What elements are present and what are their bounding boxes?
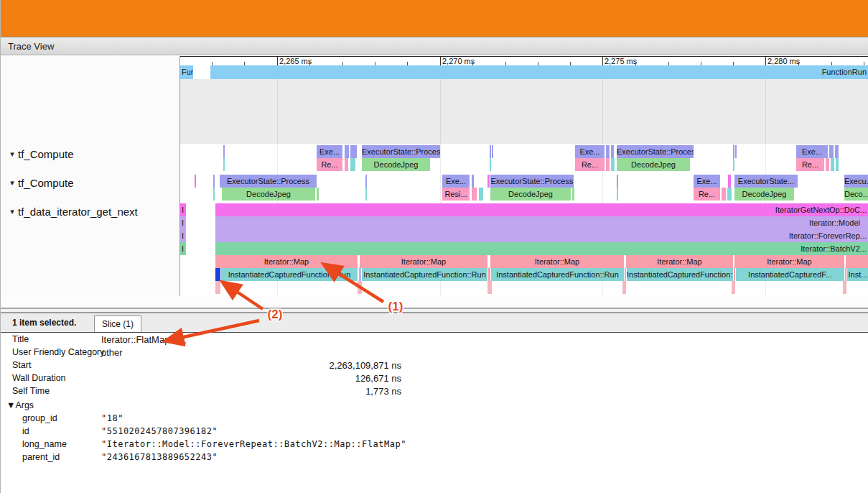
trace-slice[interactable]: ExecutorState::Process bbox=[362, 145, 440, 158]
trace-slice[interactable] bbox=[492, 145, 493, 158]
trace-slice[interactable] bbox=[732, 281, 735, 294]
trace-slice[interactable] bbox=[365, 175, 367, 188]
sidebar-group-tf_data_iterator_get_next[interactable]: ▾tf_data_iterator_get_next bbox=[1, 204, 179, 218]
trace-slice[interactable] bbox=[359, 268, 361, 281]
trace-slice[interactable]: Iterator::ForeverRep... bbox=[215, 229, 868, 242]
trace-slice[interactable] bbox=[733, 145, 734, 158]
trace-slice[interactable]: Exe... bbox=[694, 175, 720, 188]
trace-slice[interactable] bbox=[829, 145, 834, 158]
trace-slice[interactable]: Fun bbox=[180, 65, 193, 79]
trace-slice[interactable]: ExecutorState::Process bbox=[617, 145, 694, 158]
trace-slice[interactable] bbox=[317, 188, 319, 201]
trace-slice[interactable] bbox=[617, 175, 618, 188]
trace-slice[interactable] bbox=[350, 158, 355, 171]
selected-slice[interactable] bbox=[215, 268, 220, 281]
trace-slice[interactable]: I bbox=[180, 203, 186, 216]
trace-slice[interactable] bbox=[345, 145, 349, 158]
trace-slice[interactable]: Resi... bbox=[442, 188, 470, 201]
trace-slice[interactable]: I bbox=[180, 242, 186, 255]
trace-slice[interactable] bbox=[213, 188, 215, 201]
trace-slice[interactable] bbox=[722, 188, 726, 201]
trace-slice[interactable] bbox=[479, 188, 483, 201]
trace-slice[interactable] bbox=[845, 268, 846, 281]
trace-slice[interactable]: InstantiatedCapturedFunction::Run bbox=[362, 268, 487, 281]
trace-slice[interactable]: Re... bbox=[796, 158, 824, 171]
trace-slice[interactable] bbox=[826, 158, 829, 171]
trace-slice[interactable]: FunctionRun bbox=[210, 65, 868, 79]
trace-slice[interactable] bbox=[215, 281, 220, 294]
triangle-collapse-icon[interactable]: ▾ bbox=[6, 178, 18, 188]
triangle-collapse-icon[interactable]: ▾ bbox=[6, 207, 18, 216]
trace-slice[interactable]: IteratorGetNextOp::DoC... bbox=[215, 203, 868, 216]
trace-slice[interactable] bbox=[843, 281, 846, 294]
trace-slice[interactable] bbox=[727, 188, 732, 201]
trace-slice[interactable]: Iterator::Map bbox=[734, 255, 844, 268]
trace-slice[interactable] bbox=[223, 145, 225, 158]
trace-slice[interactable]: DecodeJpeg bbox=[490, 188, 571, 201]
trace-slice[interactable] bbox=[490, 145, 491, 158]
trace-slice[interactable] bbox=[622, 281, 626, 294]
trace-slice[interactable] bbox=[831, 158, 834, 171]
trace-slice[interactable]: I bbox=[180, 229, 186, 242]
trace-slice[interactable]: DecodeJpeg bbox=[362, 158, 430, 171]
trace-slice[interactable]: ExecutorState::Process bbox=[220, 175, 317, 188]
trace-slice[interactable]: InstantiatedCapturedF... bbox=[736, 268, 844, 281]
trace-slice[interactable]: DecodeJpeg bbox=[617, 158, 690, 171]
trace-area[interactable]: ▾tf_Compute▾tf_Compute▾tf_data_iterator_… bbox=[1, 56, 868, 296]
trace-slice[interactable] bbox=[365, 188, 367, 201]
trace-slice[interactable] bbox=[350, 145, 357, 158]
trace-slice[interactable]: Exe... bbox=[796, 145, 828, 158]
trace-slice[interactable] bbox=[487, 281, 492, 294]
sidebar-group-tf_Compute[interactable]: ▾tf_Compute bbox=[1, 175, 179, 190]
trace-slice[interactable] bbox=[611, 145, 614, 158]
trace-slice[interactable] bbox=[735, 145, 737, 158]
trace-slice[interactable]: Execu... bbox=[844, 175, 868, 188]
search-icon[interactable] bbox=[177, 334, 187, 344]
trace-slice[interactable]: I bbox=[180, 216, 186, 229]
trace-slice[interactable] bbox=[572, 188, 574, 201]
trace-slice[interactable] bbox=[728, 175, 731, 188]
tab-slice[interactable]: Slice (1) bbox=[94, 315, 141, 332]
trace-slice[interactable]: Iterator::Model bbox=[215, 216, 868, 229]
trace-slice[interactable] bbox=[472, 175, 474, 188]
trace-slice[interactable]: Exe... bbox=[575, 145, 605, 158]
trace-slice[interactable] bbox=[733, 158, 734, 171]
trace-slice[interactable]: Re... bbox=[575, 158, 605, 171]
args-toggle[interactable]: ▼Args bbox=[1, 399, 868, 412]
trace-slice[interactable] bbox=[345, 158, 348, 171]
triangle-collapse-icon[interactable]: ▾ bbox=[6, 149, 18, 159]
sidebar-group-tf_Compute[interactable]: ▾tf_Compute bbox=[1, 147, 179, 161]
trace-slice[interactable]: Iterator::Map bbox=[215, 255, 358, 268]
trace-slice[interactable]: InstantiatedCapturedFunction::Run bbox=[491, 268, 624, 281]
trace-slice[interactable] bbox=[195, 175, 196, 188]
trace-slice[interactable]: Exe... bbox=[442, 175, 470, 188]
trace-slice[interactable]: Iterator::Map bbox=[626, 255, 733, 268]
trace-slice[interactable] bbox=[846, 255, 868, 268]
trace-slice[interactable]: InstantiatedCapturedFunction::Run bbox=[221, 268, 358, 281]
trace-slice[interactable] bbox=[223, 158, 225, 171]
trace-slice[interactable]: Re... bbox=[694, 188, 720, 201]
trace-slice[interactable] bbox=[490, 158, 491, 171]
trace-slice[interactable] bbox=[617, 188, 618, 201]
trace-slice[interactable] bbox=[213, 175, 215, 188]
trace-slice[interactable]: InstantiatedCapturedFunction::Run bbox=[627, 268, 733, 281]
trace-slice[interactable]: Iterator::Map bbox=[360, 255, 487, 268]
trace-slice[interactable] bbox=[358, 281, 362, 294]
trace-slice[interactable] bbox=[488, 268, 490, 281]
trace-slice[interactable] bbox=[835, 145, 839, 158]
trace-slice[interactable] bbox=[734, 268, 735, 281]
trace-slice[interactable] bbox=[836, 158, 839, 171]
trace-slice[interactable] bbox=[611, 158, 615, 171]
trace-slice[interactable]: Re... bbox=[317, 158, 342, 171]
trace-slice[interactable]: Deco... bbox=[844, 188, 868, 201]
trace-slice[interactable]: Iterator::BatchV2... bbox=[215, 242, 868, 255]
trace-slice[interactable] bbox=[606, 145, 610, 158]
trace-slice[interactable]: Iterator::Map bbox=[490, 255, 624, 268]
trace-slice[interactable]: Inst... bbox=[847, 268, 868, 281]
panel-splitter[interactable] bbox=[1, 308, 868, 313]
trace-slice[interactable] bbox=[625, 268, 626, 281]
time-ruler[interactable]: 2,265 ms2,270 ms2,275 ms2,280 ms bbox=[180, 56, 868, 65]
trace-slice[interactable]: ExecutorState... bbox=[734, 175, 798, 188]
trace-slice[interactable] bbox=[606, 158, 610, 171]
trace-slice[interactable]: ExecutorState::Process bbox=[490, 175, 574, 188]
